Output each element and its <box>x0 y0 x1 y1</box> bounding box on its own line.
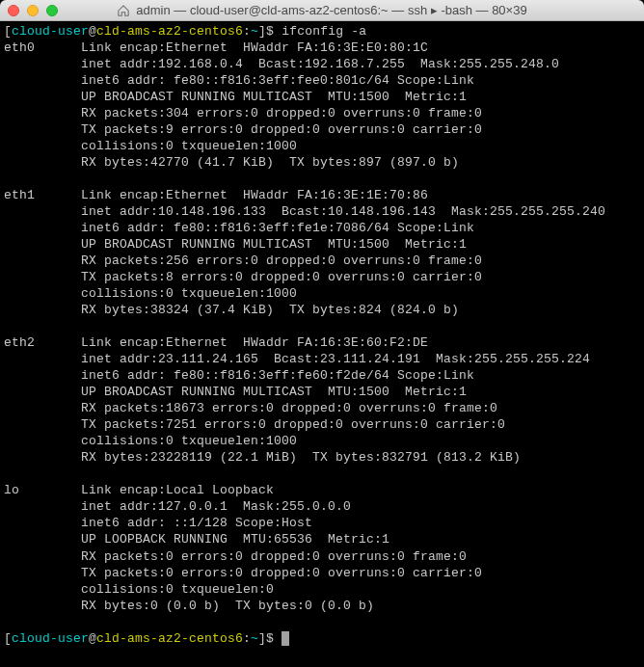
ifconfig-output: eth0 Link encap:Ethernet HWaddr FA:16:3E… <box>4 40 605 613</box>
prompt-path: ~ <box>251 24 258 39</box>
titlebar[interactable]: admin — cloud-user@cld-ams-az2-centos6:~… <box>0 0 644 21</box>
prompt-line-1: [cloud-user@cld-ams-az2-centos6:~]$ ifco… <box>4 24 366 39</box>
prompt-user: cloud-user <box>12 24 89 39</box>
cursor <box>282 631 289 646</box>
window-title: admin — cloud-user@cld-ams-az2-centos6:~… <box>8 3 636 17</box>
command-text: ifconfig -a <box>282 24 366 39</box>
home-icon <box>117 5 130 16</box>
close-button[interactable] <box>8 5 19 16</box>
prompt-host: cld-ams-az2-centos6 <box>96 24 243 39</box>
terminal-content[interactable]: [cloud-user@cld-ams-az2-centos6:~]$ ifco… <box>0 21 644 667</box>
minimize-button[interactable] <box>27 5 39 16</box>
terminal-window: admin — cloud-user@cld-ams-az2-centos6:~… <box>0 0 644 667</box>
traffic-lights <box>8 5 58 16</box>
zoom-button[interactable] <box>46 5 58 16</box>
window-title-text: admin — cloud-user@cld-ams-az2-centos6:~… <box>136 3 526 17</box>
prompt-line-2: [cloud-user@cld-ams-az2-centos6:~]$ <box>4 631 282 646</box>
